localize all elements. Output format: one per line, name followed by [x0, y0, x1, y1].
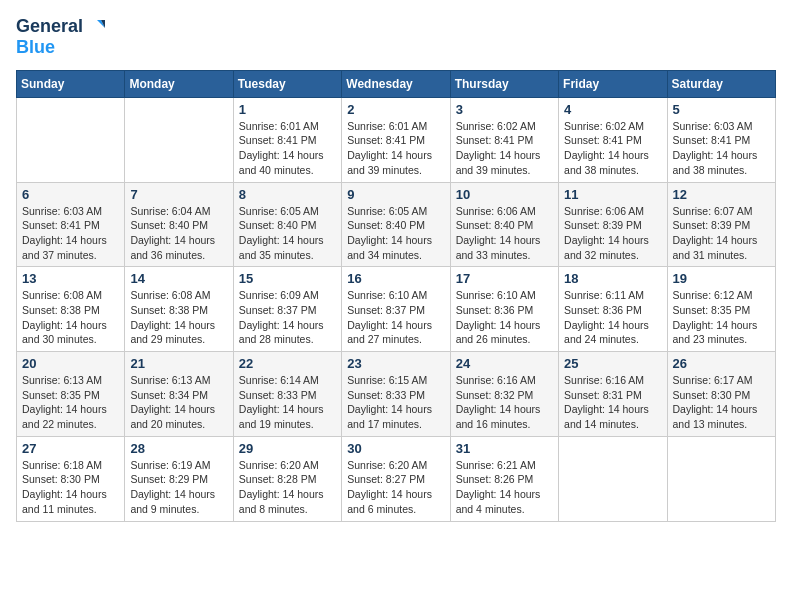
day-number: 14 [130, 271, 227, 286]
calendar-cell: 11Sunrise: 6:06 AM Sunset: 8:39 PM Dayli… [559, 182, 667, 267]
day-number: 28 [130, 441, 227, 456]
day-number: 7 [130, 187, 227, 202]
day-info: Sunrise: 6:06 AM Sunset: 8:40 PM Dayligh… [456, 204, 553, 263]
day-info: Sunrise: 6:16 AM Sunset: 8:31 PM Dayligh… [564, 373, 661, 432]
calendar-cell: 6Sunrise: 6:03 AM Sunset: 8:41 PM Daylig… [17, 182, 125, 267]
day-info: Sunrise: 6:10 AM Sunset: 8:36 PM Dayligh… [456, 288, 553, 347]
week-row-3: 13Sunrise: 6:08 AM Sunset: 8:38 PM Dayli… [17, 267, 776, 352]
day-info: Sunrise: 6:08 AM Sunset: 8:38 PM Dayligh… [130, 288, 227, 347]
calendar-cell: 18Sunrise: 6:11 AM Sunset: 8:36 PM Dayli… [559, 267, 667, 352]
logo-bird-icon [85, 16, 107, 38]
weekday-header-sunday: Sunday [17, 70, 125, 97]
calendar-cell: 16Sunrise: 6:10 AM Sunset: 8:37 PM Dayli… [342, 267, 450, 352]
calendar-cell: 21Sunrise: 6:13 AM Sunset: 8:34 PM Dayli… [125, 352, 233, 437]
day-info: Sunrise: 6:01 AM Sunset: 8:41 PM Dayligh… [239, 119, 336, 178]
calendar-cell: 29Sunrise: 6:20 AM Sunset: 8:28 PM Dayli… [233, 436, 341, 521]
calendar-cell: 31Sunrise: 6:21 AM Sunset: 8:26 PM Dayli… [450, 436, 558, 521]
calendar-cell: 14Sunrise: 6:08 AM Sunset: 8:38 PM Dayli… [125, 267, 233, 352]
weekday-header-saturday: Saturday [667, 70, 775, 97]
calendar-cell [17, 97, 125, 182]
calendar-cell: 23Sunrise: 6:15 AM Sunset: 8:33 PM Dayli… [342, 352, 450, 437]
day-info: Sunrise: 6:09 AM Sunset: 8:37 PM Dayligh… [239, 288, 336, 347]
calendar-cell: 8Sunrise: 6:05 AM Sunset: 8:40 PM Daylig… [233, 182, 341, 267]
day-info: Sunrise: 6:18 AM Sunset: 8:30 PM Dayligh… [22, 458, 119, 517]
calendar-cell: 20Sunrise: 6:13 AM Sunset: 8:35 PM Dayli… [17, 352, 125, 437]
day-info: Sunrise: 6:05 AM Sunset: 8:40 PM Dayligh… [347, 204, 444, 263]
logo-blue-text: Blue [16, 38, 55, 58]
calendar-cell: 24Sunrise: 6:16 AM Sunset: 8:32 PM Dayli… [450, 352, 558, 437]
day-number: 5 [673, 102, 770, 117]
calendar-cell: 12Sunrise: 6:07 AM Sunset: 8:39 PM Dayli… [667, 182, 775, 267]
day-info: Sunrise: 6:05 AM Sunset: 8:40 PM Dayligh… [239, 204, 336, 263]
day-info: Sunrise: 6:13 AM Sunset: 8:35 PM Dayligh… [22, 373, 119, 432]
day-number: 21 [130, 356, 227, 371]
day-info: Sunrise: 6:13 AM Sunset: 8:34 PM Dayligh… [130, 373, 227, 432]
calendar-cell: 3Sunrise: 6:02 AM Sunset: 8:41 PM Daylig… [450, 97, 558, 182]
calendar-cell [559, 436, 667, 521]
day-info: Sunrise: 6:20 AM Sunset: 8:27 PM Dayligh… [347, 458, 444, 517]
day-info: Sunrise: 6:20 AM Sunset: 8:28 PM Dayligh… [239, 458, 336, 517]
day-number: 2 [347, 102, 444, 117]
day-info: Sunrise: 6:21 AM Sunset: 8:26 PM Dayligh… [456, 458, 553, 517]
calendar-cell: 13Sunrise: 6:08 AM Sunset: 8:38 PM Dayli… [17, 267, 125, 352]
week-row-2: 6Sunrise: 6:03 AM Sunset: 8:41 PM Daylig… [17, 182, 776, 267]
calendar-cell: 30Sunrise: 6:20 AM Sunset: 8:27 PM Dayli… [342, 436, 450, 521]
day-info: Sunrise: 6:14 AM Sunset: 8:33 PM Dayligh… [239, 373, 336, 432]
weekday-header-tuesday: Tuesday [233, 70, 341, 97]
calendar-cell: 4Sunrise: 6:02 AM Sunset: 8:41 PM Daylig… [559, 97, 667, 182]
day-info: Sunrise: 6:01 AM Sunset: 8:41 PM Dayligh… [347, 119, 444, 178]
day-number: 24 [456, 356, 553, 371]
calendar-cell: 28Sunrise: 6:19 AM Sunset: 8:29 PM Dayli… [125, 436, 233, 521]
day-number: 25 [564, 356, 661, 371]
calendar-cell: 25Sunrise: 6:16 AM Sunset: 8:31 PM Dayli… [559, 352, 667, 437]
day-number: 19 [673, 271, 770, 286]
day-info: Sunrise: 6:08 AM Sunset: 8:38 PM Dayligh… [22, 288, 119, 347]
day-info: Sunrise: 6:10 AM Sunset: 8:37 PM Dayligh… [347, 288, 444, 347]
day-number: 12 [673, 187, 770, 202]
weekday-header-row: SundayMondayTuesdayWednesdayThursdayFrid… [17, 70, 776, 97]
day-number: 20 [22, 356, 119, 371]
day-number: 31 [456, 441, 553, 456]
day-number: 6 [22, 187, 119, 202]
day-info: Sunrise: 6:17 AM Sunset: 8:30 PM Dayligh… [673, 373, 770, 432]
page-header: General Blue [16, 16, 776, 58]
calendar-table: SundayMondayTuesdayWednesdayThursdayFrid… [16, 70, 776, 522]
calendar-cell: 10Sunrise: 6:06 AM Sunset: 8:40 PM Dayli… [450, 182, 558, 267]
day-number: 22 [239, 356, 336, 371]
calendar-cell: 1Sunrise: 6:01 AM Sunset: 8:41 PM Daylig… [233, 97, 341, 182]
day-number: 8 [239, 187, 336, 202]
calendar-cell: 26Sunrise: 6:17 AM Sunset: 8:30 PM Dayli… [667, 352, 775, 437]
weekday-header-thursday: Thursday [450, 70, 558, 97]
day-number: 18 [564, 271, 661, 286]
calendar-cell [125, 97, 233, 182]
day-number: 30 [347, 441, 444, 456]
day-info: Sunrise: 6:03 AM Sunset: 8:41 PM Dayligh… [673, 119, 770, 178]
calendar-cell: 9Sunrise: 6:05 AM Sunset: 8:40 PM Daylig… [342, 182, 450, 267]
day-number: 11 [564, 187, 661, 202]
day-info: Sunrise: 6:04 AM Sunset: 8:40 PM Dayligh… [130, 204, 227, 263]
day-number: 16 [347, 271, 444, 286]
calendar-cell: 27Sunrise: 6:18 AM Sunset: 8:30 PM Dayli… [17, 436, 125, 521]
day-info: Sunrise: 6:02 AM Sunset: 8:41 PM Dayligh… [456, 119, 553, 178]
calendar-cell: 22Sunrise: 6:14 AM Sunset: 8:33 PM Dayli… [233, 352, 341, 437]
day-number: 29 [239, 441, 336, 456]
day-info: Sunrise: 6:16 AM Sunset: 8:32 PM Dayligh… [456, 373, 553, 432]
day-info: Sunrise: 6:15 AM Sunset: 8:33 PM Dayligh… [347, 373, 444, 432]
calendar-cell: 2Sunrise: 6:01 AM Sunset: 8:41 PM Daylig… [342, 97, 450, 182]
weekday-header-wednesday: Wednesday [342, 70, 450, 97]
day-number: 1 [239, 102, 336, 117]
day-number: 4 [564, 102, 661, 117]
day-info: Sunrise: 6:11 AM Sunset: 8:36 PM Dayligh… [564, 288, 661, 347]
day-info: Sunrise: 6:03 AM Sunset: 8:41 PM Dayligh… [22, 204, 119, 263]
logo: General Blue [16, 16, 107, 58]
day-number: 23 [347, 356, 444, 371]
week-row-1: 1Sunrise: 6:01 AM Sunset: 8:41 PM Daylig… [17, 97, 776, 182]
calendar-cell: 15Sunrise: 6:09 AM Sunset: 8:37 PM Dayli… [233, 267, 341, 352]
day-number: 10 [456, 187, 553, 202]
day-number: 15 [239, 271, 336, 286]
calendar-cell [667, 436, 775, 521]
day-number: 27 [22, 441, 119, 456]
day-number: 17 [456, 271, 553, 286]
weekday-header-friday: Friday [559, 70, 667, 97]
logo-general-text: General [16, 17, 83, 37]
